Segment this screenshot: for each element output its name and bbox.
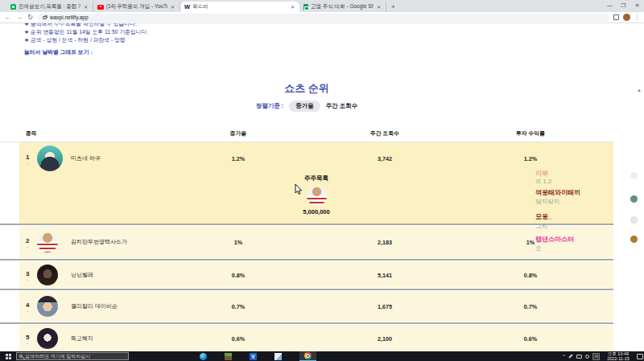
screen: 전체글보기,목록들 : 종합 게시.. ✕ (14) 우럭꿀의 게임 - You… (0, 0, 644, 361)
roi-value: 0.8% (458, 271, 603, 278)
chat-avatar (630, 172, 638, 179)
table-row[interactable]: 4 - 캘리칼리 데이비슨 0.7% 1,675 0.7% (19, 291, 613, 322)
tab-youtube[interactable]: (14) 우럭꿀의 게임 - YouTube ✕ (93, 2, 180, 12)
rank-change: - (27, 277, 28, 281)
views-value: 2,100 (312, 334, 457, 342)
tab-sheets[interactable]: 고멤 주식 대회 - Google Sheets ✕ (299, 2, 386, 12)
search-placeholder: 검색하려면 여기에 입력하십시 (25, 353, 90, 360)
chat-avatar (630, 195, 638, 203)
rank-change: - (27, 161, 28, 166)
scroll-up-icon[interactable]: ▲ (637, 88, 642, 92)
clock-date: 2022-11-15 (603, 356, 634, 361)
profile-avatar[interactable] (623, 14, 630, 21)
system-tray: ^ 가 오후 10:49 2022-11-15 (563, 351, 643, 361)
start-button[interactable] (0, 351, 16, 361)
avatar (37, 296, 58, 317)
edge-icon[interactable] (200, 353, 207, 360)
header-item: 종목 (26, 129, 37, 137)
rank-number: 1 (26, 154, 29, 161)
table-row[interactable]: 3 - 닌닌벌레 0.8% 5,141 0.8% (19, 261, 613, 288)
sort-controls: 정렬기준 : 증가율 주간 조회수 (0, 101, 613, 112)
tab-title: (14) 우럭꿀의 게임 - YouTube (106, 3, 167, 10)
tab-cafe[interactable]: 전체글보기,목록들 : 종합 게시.. ✕ (6, 2, 93, 12)
v-app-icon[interactable]: V (250, 353, 257, 360)
forward-icon[interactable]: → (15, 14, 23, 21)
waxpi-favicon-icon: W (184, 3, 190, 10)
lock-icon (43, 16, 47, 19)
date-graph-link[interactable]: 눌러서 날짜별 그래프 보기 ↓ (24, 48, 93, 56)
settings-circle-icon[interactable] (585, 355, 589, 359)
notice-line: ★ 금색 - 상현 / 은색 - 하현 / 파란색 - 망령 (24, 36, 126, 44)
notice-line: ★ 순위 변동량은 11월 14일 오후 11:50 기준입니다. (24, 28, 148, 36)
keyboard-icon[interactable] (576, 355, 582, 359)
avatar (37, 232, 58, 252)
action-center-icon[interactable] (637, 354, 643, 359)
tab-close-icon[interactable]: ✕ (83, 4, 89, 10)
stock-name: 닌닌벌레 (71, 271, 93, 279)
new-tab-button[interactable]: + (391, 3, 395, 10)
sort-option-weekly-views[interactable]: 주간 조회수 (326, 102, 358, 110)
window-controls: — ❐ ✕ (603, 0, 644, 10)
rank-number: 5 (26, 333, 29, 340)
table-row[interactable]: 1 - 미츠네 하쿠 1.2% 3,742 1.2% 주주목록 5,000,00… (19, 142, 613, 224)
chrome-taskbar-button[interactable] (299, 351, 316, 361)
side-panel-icon[interactable] (613, 14, 619, 20)
chat-message: 그치 (535, 223, 547, 231)
url-text[interactable]: waxpi.netlify.app (50, 14, 89, 20)
shareholder-amount: 5,000,000 (19, 208, 613, 215)
browser-menu-icon[interactable]: ⋮ (634, 14, 640, 21)
rank-change: - (27, 340, 28, 345)
views-value: 3,742 (312, 155, 457, 162)
views-value: 1,675 (312, 303, 457, 310)
youtube-favicon-icon (97, 5, 104, 10)
wrench-icon[interactable] (568, 354, 573, 359)
avatar (37, 146, 63, 171)
table-row[interactable]: 2 - 김치만두번영택사스가 1% 2,183 1% (19, 226, 613, 258)
search-icon (19, 355, 23, 358)
header-weekly-views: 주간 조회수 (312, 129, 457, 137)
windows-taskbar: 검색하려면 여기에 입력하십시 V ^ 가 오후 10:49 2022-11-1… (0, 351, 644, 361)
minecraft-icon[interactable] (225, 353, 232, 360)
stock-name: 김치만두번영택사스가 (71, 238, 127, 246)
back-icon[interactable]: ← (4, 14, 11, 21)
table-header: 종목 증가율 주간 조회수 투자 수익률 (19, 125, 613, 142)
sort-option-growth[interactable]: 증가율 (289, 101, 320, 112)
hidden-icons-chevron[interactable]: ^ (563, 354, 565, 359)
growth-value: 0.6% (182, 334, 295, 342)
ime-indicator[interactable]: 가 (592, 353, 600, 360)
shareholder-avatar (307, 186, 327, 206)
roi-value: 1% (458, 239, 603, 246)
maximize-button[interactable]: ❐ (617, 0, 630, 10)
tab-title: 전체글보기,목록들 : 종합 게시.. (19, 3, 80, 10)
row-divider (0, 289, 613, 290)
chat-message: 오 (535, 244, 542, 252)
tooltip-title: 주주목록 (19, 174, 613, 183)
sheets-favicon-icon (303, 4, 308, 10)
paint3d-icon[interactable] (275, 353, 282, 360)
omnibox[interactable]: waxpi.netlify.app (38, 14, 609, 22)
rank-change: - (27, 244, 28, 249)
shareholder-tooltip: 주주목록 5,000,000 (19, 174, 613, 215)
tab-close-icon[interactable]: ✕ (170, 4, 175, 10)
tab-waxpi-active[interactable]: W 왁스피 ✕ (180, 2, 299, 12)
page-title: 쇼츠 순위 (0, 81, 613, 96)
table-row[interactable]: 5 - 독고혜지 0.6% 2,100 0.6% (19, 325, 613, 351)
taskbar-search-input[interactable]: 검색하려면 여기에 입력하십시 (16, 352, 129, 360)
growth-value: 0.8% (182, 271, 295, 278)
minimize-button[interactable]: — (603, 0, 617, 10)
taskbar-clock[interactable]: 오후 10:49 2022-11-15 (603, 351, 634, 361)
tab-close-icon[interactable]: ✕ (290, 4, 295, 10)
reload-icon[interactable]: ↻ (27, 14, 34, 21)
roi-value: 0.6% (458, 334, 603, 342)
chrome-icon (304, 352, 312, 359)
windows-logo-icon (6, 354, 11, 359)
close-button[interactable]: ✕ (630, 0, 644, 10)
chat-username: 모웅_ (535, 212, 551, 221)
avatar (37, 328, 58, 349)
chat-avatar (630, 236, 638, 243)
roi-value: 0.7% (458, 303, 603, 310)
roi-value: 1.2% (458, 155, 603, 162)
tab-close-icon[interactable]: ✕ (376, 4, 382, 10)
avatar (37, 265, 58, 285)
stock-name: 캘리칼리 데이비슨 (71, 302, 118, 310)
